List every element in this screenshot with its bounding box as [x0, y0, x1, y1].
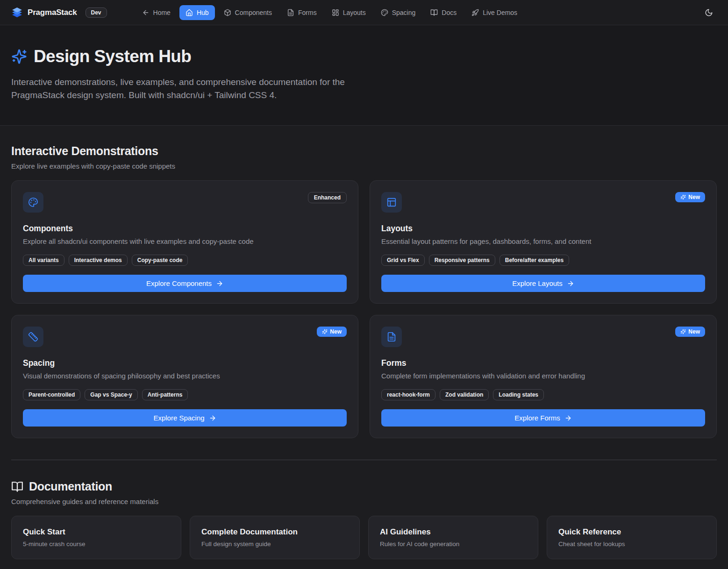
nav-item-layouts[interactable]: Layouts — [326, 5, 372, 20]
theme-toggle-button[interactable] — [701, 5, 717, 21]
book-open-icon — [430, 9, 438, 16]
nav-item-components[interactable]: Components — [218, 5, 278, 20]
sparkles-icon — [680, 194, 686, 200]
card-tags: Parent-controlled Gap vs Space-y Anti-pa… — [23, 389, 347, 400]
doc-card-description: 5-minute crash course — [23, 541, 170, 548]
nav-item-hub[interactable]: Hub — [179, 5, 215, 20]
new-badge: New — [675, 327, 705, 337]
arrow-right-icon — [567, 280, 574, 287]
tag: Anti-patterns — [142, 389, 188, 400]
card-title: Forms — [381, 358, 705, 368]
explore-spacing-button[interactable]: Explore Spacing — [23, 409, 347, 427]
card-description: Complete form implementations with valid… — [381, 372, 705, 380]
tag: Grid vs Flex — [381, 255, 425, 266]
card-description: Explore all shadcn/ui components with li… — [23, 237, 347, 245]
card-title: Components — [23, 224, 347, 234]
palette-icon — [23, 192, 43, 213]
tag: Zod validation — [440, 389, 489, 400]
file-text-icon — [287, 9, 294, 16]
doc-card-description: Rules for AI code generation — [380, 541, 527, 548]
nav-item-spacing[interactable]: Spacing — [375, 5, 422, 20]
doc-card-title: Complete Documentation — [201, 527, 348, 537]
doc-card-title: AI Guidelines — [380, 527, 527, 537]
card-tags: Grid vs Flex Responsive patterns Before/… — [381, 255, 705, 266]
tag: Responsive patterns — [429, 255, 495, 266]
moon-icon — [705, 8, 713, 17]
book-open-icon — [11, 481, 23, 493]
demo-card-spacing: New Spacing Visual demonstrations of spa… — [11, 315, 358, 438]
card-title: Spacing — [23, 358, 347, 368]
brand-name: PragmaStack — [28, 8, 77, 17]
docs-subheading: Comprehensive guides and reference mater… — [11, 498, 717, 505]
doc-card-quick-reference[interactable]: Quick Reference Cheat sheet for lookups — [547, 516, 717, 559]
card-description: Visual demonstrations of spacing philoso… — [23, 372, 347, 380]
hero-section: Design System Hub Interactive demonstrat… — [0, 25, 728, 126]
demo-card-components: Enhanced Components Explore all shadcn/u… — [11, 180, 358, 304]
tag: Before/after examples — [500, 255, 569, 266]
nav-item-docs[interactable]: Docs — [424, 5, 463, 20]
arrow-left-icon — [142, 9, 150, 16]
card-tags: react-hook-form Zod validation Loading s… — [381, 389, 705, 400]
tag: Parent-controlled — [23, 389, 80, 400]
demos-section-head: Interactive Demonstrations Explore live … — [11, 144, 717, 170]
brand[interactable]: PragmaStack Dev — [11, 7, 107, 18]
sparkles-icon — [680, 329, 686, 334]
dev-badge: Dev — [86, 7, 107, 18]
demo-card-forms: New Forms Complete form implementations … — [370, 315, 717, 438]
top-nav-bar: PragmaStack Dev Home Hub Components Form… — [0, 0, 728, 25]
nav-item-live-demos[interactable]: Live Demos — [465, 5, 523, 20]
docs-heading: Documentation — [29, 480, 112, 493]
arrow-right-icon — [564, 414, 572, 422]
demos-subheading: Explore live examples with copy-paste co… — [11, 162, 717, 170]
palette-icon — [381, 9, 388, 16]
documentation-section: Documentation Comprehensive guides and r… — [11, 480, 717, 559]
doc-card-description: Full design system guide — [201, 541, 348, 548]
doc-card-description: Cheat sheet for lookups — [558, 541, 705, 548]
rocket-icon — [471, 9, 479, 16]
doc-card-complete-documentation[interactable]: Complete Documentation Full design syste… — [190, 516, 360, 559]
nav-items: Home Hub Components Forms Layouts Spacin… — [136, 5, 524, 20]
arrow-right-icon — [209, 414, 216, 422]
layers-logo-icon — [11, 7, 23, 18]
panels-top-left-icon — [381, 192, 402, 213]
explore-components-button[interactable]: Explore Components — [23, 275, 347, 292]
new-badge: New — [317, 327, 347, 337]
hero-description: Interactive demonstrations, live example… — [11, 76, 359, 102]
ruler-icon — [23, 327, 43, 347]
page-title: Design System Hub — [34, 47, 191, 66]
tag: Gap vs Space-y — [85, 389, 137, 400]
sparkles-icon — [11, 49, 27, 64]
demos-heading: Interactive Demonstrations — [11, 144, 717, 158]
tag: react-hook-form — [381, 389, 435, 400]
tag: Interactive demos — [69, 255, 128, 266]
section-divider — [11, 460, 717, 460]
doc-card-grid: Quick Start 5-minute crash course Comple… — [11, 516, 717, 559]
doc-card-title: Quick Reference — [558, 527, 705, 537]
nav-item-forms[interactable]: Forms — [281, 5, 323, 20]
arrow-right-icon — [216, 280, 223, 287]
doc-card-ai-guidelines[interactable]: AI Guidelines Rules for AI code generati… — [368, 516, 538, 559]
layout-grid-icon — [332, 9, 339, 16]
nav-item-home[interactable]: Home — [136, 5, 177, 20]
main-content: Interactive Demonstrations Explore live … — [0, 126, 728, 569]
explore-layouts-button[interactable]: Explore Layouts — [381, 275, 705, 292]
file-text-icon — [381, 327, 402, 347]
enhanced-badge: Enhanced — [308, 192, 347, 203]
card-description: Essential layout patterns for pages, das… — [381, 237, 705, 245]
tag: All variants — [23, 255, 64, 266]
doc-card-title: Quick Start — [23, 527, 170, 537]
card-title: Layouts — [381, 224, 705, 234]
sparkles-icon — [322, 329, 328, 334]
tag: Copy-paste code — [132, 255, 188, 266]
tag: Loading states — [493, 389, 544, 400]
demo-card-grid: Enhanced Components Explore all shadcn/u… — [11, 180, 717, 438]
card-tags: All variants Interactive demos Copy-past… — [23, 255, 347, 266]
home-icon — [186, 9, 193, 16]
demo-card-layouts: New Layouts Essential layout patterns fo… — [370, 180, 717, 304]
explore-forms-button[interactable]: Explore Forms — [381, 409, 705, 427]
doc-card-quick-start[interactable]: Quick Start 5-minute crash course — [11, 516, 181, 559]
new-badge: New — [675, 192, 705, 202]
box-icon — [224, 9, 231, 16]
